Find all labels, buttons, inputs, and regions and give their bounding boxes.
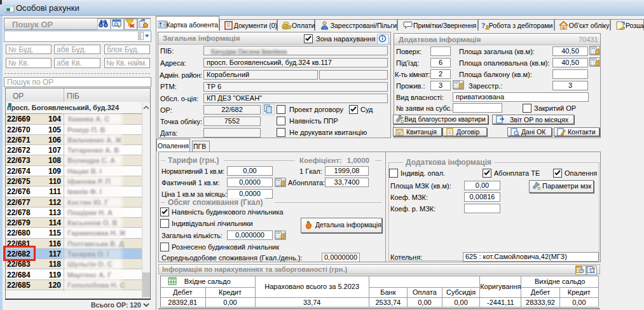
svg-text:?: ?: [481, 21, 486, 30]
